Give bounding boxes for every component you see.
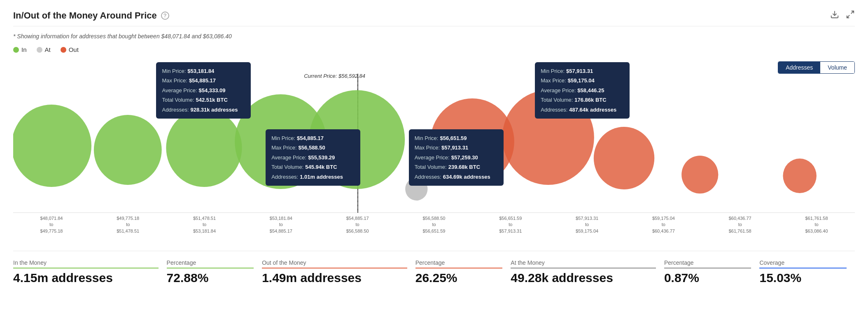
stat-at-money: At the Money 49.28k addresses <box>511 259 664 285</box>
header-right <box>830 10 855 21</box>
stat-value-pct-out: 26.25% <box>415 271 503 285</box>
stat-label-pct-out: Percentage <box>415 259 503 268</box>
bubble-10 <box>783 159 816 193</box>
x-label-4: $54,885.17to$56,588.50 <box>319 215 396 234</box>
stat-label-coverage: Coverage <box>759 259 847 268</box>
stat-value-coverage: 15.03% <box>759 271 847 285</box>
bubble-5-gray <box>405 177 427 201</box>
addresses-button[interactable]: Addresses <box>778 62 820 73</box>
subtitle: * Showing information for addresses that… <box>13 33 855 40</box>
stat-value-pct-in: 72.88% <box>167 271 254 285</box>
help-icon[interactable]: ? <box>161 12 169 20</box>
legend-at: At <box>37 46 51 53</box>
bubble-2 <box>166 109 242 187</box>
legend-dot-at <box>37 47 42 53</box>
svg-line-2 <box>847 15 849 18</box>
chart-baseline <box>13 212 855 213</box>
stat-pct-at: Percentage 0.87% <box>664 259 760 285</box>
x-axis: $48,071.84to$49,775.18 $49,775.18to$51,4… <box>13 215 855 234</box>
legend: In At Out <box>13 46 855 53</box>
x-label-9: $60,436.77to$61,761.58 <box>702 215 778 234</box>
stat-value-pct-at: 0.87% <box>664 271 751 285</box>
x-label-5: $56,588.50to$56,651.59 <box>396 215 472 234</box>
svg-line-1 <box>851 11 854 14</box>
bubble-1 <box>94 115 162 185</box>
main-container: In/Out of the Money Around Price ? <box>13 10 855 285</box>
x-label-6: $56,651.59to$57,913.31 <box>472 215 549 234</box>
stat-out-of-money: Out of the Money 1.49m addresses <box>262 259 415 285</box>
legend-label-at: At <box>45 46 51 53</box>
chart-controls: Addresses Volume <box>778 61 855 74</box>
header: In/Out of the Money Around Price ? <box>13 10 855 26</box>
legend-label-out: Out <box>69 46 79 53</box>
stat-coverage: Coverage 15.03% <box>759 259 855 285</box>
stat-in-the-money: In the Money 4.15m addresses <box>13 259 167 285</box>
bubble-7 <box>502 90 594 185</box>
legend-label-in: In <box>21 46 27 53</box>
stat-label-out: Out of the Money <box>262 259 407 268</box>
x-label-10: $61,761.58to$63,086.40 <box>778 215 855 234</box>
bubble-9 <box>681 156 718 194</box>
legend-dot-in <box>13 47 19 53</box>
x-label-0: $48,071.84to$49,775.18 <box>13 215 90 234</box>
legend-in: In <box>13 46 27 53</box>
stat-label-at: At the Money <box>511 259 656 268</box>
bubble-chart <box>13 74 855 210</box>
stat-pct-in: Percentage 72.88% <box>167 259 262 285</box>
x-label-2: $51,478.51to$53,181.84 <box>166 215 243 234</box>
bubble-4 <box>309 90 405 189</box>
stat-value-out: 1.49m addresses <box>262 271 407 285</box>
stat-label-in: In the Money <box>13 259 159 268</box>
chart-area: Addresses Volume Current Price: $56,592.… <box>13 61 855 234</box>
stats-row: In the Money 4.15m addresses Percentage … <box>13 251 855 285</box>
x-label-1: $49,775.18to$51,478.51 <box>90 215 166 234</box>
bubble-0 <box>13 105 91 187</box>
bubble-8 <box>594 127 654 189</box>
stat-value-at: 49.28k addresses <box>511 271 656 285</box>
bubble-6 <box>430 98 514 185</box>
x-label-7: $57,913.31to$59,175.04 <box>549 215 625 234</box>
x-label-8: $59,175.04to$60,436.77 <box>625 215 702 234</box>
legend-out: Out <box>61 46 79 53</box>
download-icon[interactable] <box>830 10 839 21</box>
x-label-3: $53,181.84to$54,885.17 <box>243 215 319 234</box>
page-title: In/Out of the Money Around Price <box>13 10 157 21</box>
stat-label-pct-at: Percentage <box>664 259 751 268</box>
volume-button[interactable]: Volume <box>820 62 854 73</box>
legend-dot-out <box>61 47 66 53</box>
stat-pct-out: Percentage 26.25% <box>415 259 511 285</box>
expand-icon[interactable] <box>846 10 855 21</box>
stat-value-in: 4.15m addresses <box>13 271 159 285</box>
header-left: In/Out of the Money Around Price ? <box>13 10 169 21</box>
stat-label-pct-in: Percentage <box>167 259 254 268</box>
